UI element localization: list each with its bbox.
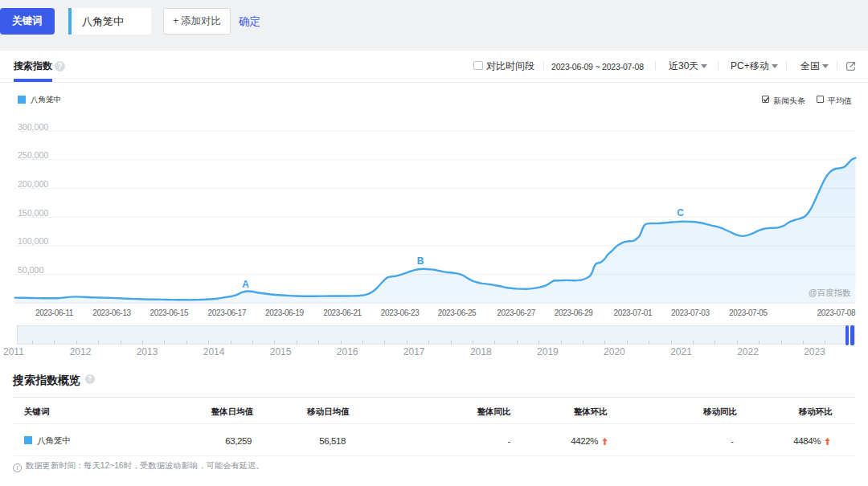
svg-text:2023-06-13: 2023-06-13	[92, 308, 131, 317]
svg-text:150,000: 150,000	[18, 208, 48, 218]
svg-text:2023-06-25: 2023-06-25	[438, 308, 477, 317]
svg-text:2023-06-29: 2023-06-29	[555, 308, 593, 317]
svg-text:200,000: 200,000	[18, 179, 48, 189]
svg-text:A: A	[242, 279, 249, 290]
svg-text:2023-06-21: 2023-06-21	[323, 308, 362, 317]
svg-text:2023-07-03: 2023-07-03	[671, 308, 710, 317]
svg-text:2023-07-08: 2023-07-08	[817, 308, 856, 317]
svg-text:50,000: 50,000	[18, 265, 44, 275]
svg-text:100,000: 100,000	[18, 236, 48, 246]
svg-text:2023-06-27: 2023-06-27	[497, 308, 535, 317]
svg-text:250,000: 250,000	[18, 150, 48, 160]
svg-text:2023-06-19: 2023-06-19	[265, 308, 304, 317]
svg-text:2023-07-01: 2023-07-01	[613, 308, 652, 317]
svg-text:2023-06-17: 2023-06-17	[208, 308, 247, 317]
svg-text:2023-06-11: 2023-06-11	[35, 308, 74, 317]
svg-text:2023-06-15: 2023-06-15	[149, 308, 188, 317]
svg-text:2023-07-05: 2023-07-05	[729, 308, 768, 317]
svg-text:C: C	[677, 207, 684, 218]
svg-text:300,000: 300,000	[18, 122, 48, 132]
svg-text:2023-06-23: 2023-06-23	[381, 308, 420, 317]
svg-text:B: B	[417, 255, 424, 267]
svg-text:@百度指数: @百度指数	[809, 288, 851, 297]
